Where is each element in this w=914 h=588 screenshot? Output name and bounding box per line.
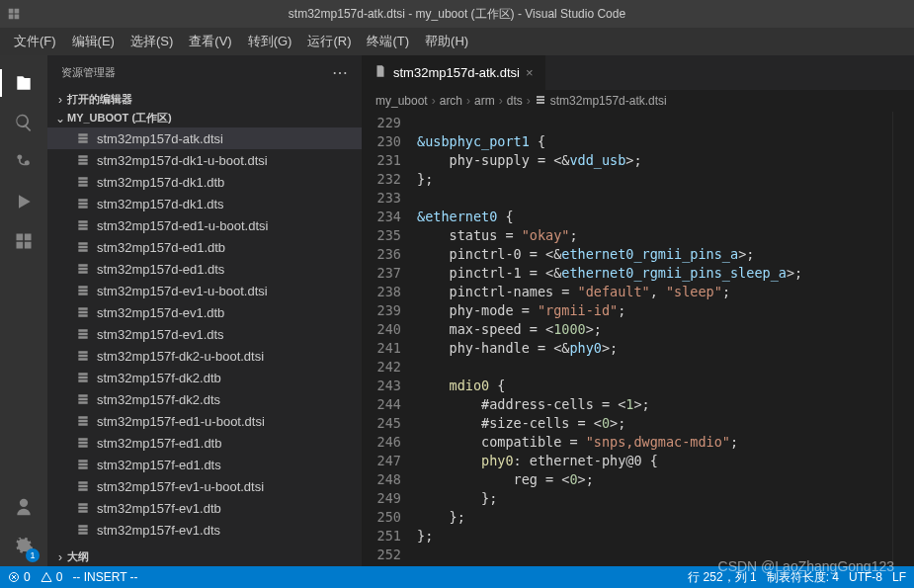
status-position[interactable]: 行 252，列 1 <box>688 569 756 586</box>
file-label: stm32mp157f-dk2.dtb <box>97 371 221 385</box>
breadcrumb-segment[interactable]: arm <box>474 94 495 108</box>
breadcrumb-segment[interactable]: stm32mp157d-atk.dtsi <box>535 94 667 109</box>
line-number-gutter: 229 230 231 232 233 234 235 236 237 238 … <box>362 112 417 566</box>
file-item[interactable]: stm32mp157d-atk.dtsi <box>47 127 362 149</box>
status-warnings[interactable]: 0 <box>41 570 63 584</box>
file-icon <box>75 478 91 494</box>
activity-bar: 1 <box>0 55 47 566</box>
menu-item[interactable]: 文件(F) <box>6 29 64 54</box>
menu-item[interactable]: 转到(G) <box>240 29 300 54</box>
file-item[interactable]: stm32mp157d-ed1-u-boot.dtsi <box>47 214 362 236</box>
file-icon <box>75 174 91 190</box>
more-actions-icon[interactable]: ⋯ <box>332 63 348 82</box>
menu-item[interactable]: 选择(S) <box>123 29 181 54</box>
breadcrumb[interactable]: my_uboot›arch›arm›dts› stm32mp157d-atk.d… <box>362 90 914 112</box>
file-icon <box>75 261 91 277</box>
file-item[interactable]: stm32mp157f-dk2.dts <box>47 388 362 410</box>
file-item[interactable]: stm32mp157d-ed1.dts <box>47 258 362 280</box>
file-label: stm32mp157d-dk1.dts <box>97 197 224 211</box>
file-item[interactable]: stm32mp157d-dk1.dtb <box>47 171 362 193</box>
file-label: stm32mp157f-ev1.dtb <box>97 501 221 516</box>
app-icon <box>0 7 28 21</box>
open-editors-section[interactable]: 打开的编辑器 <box>47 90 362 109</box>
extensions-icon[interactable] <box>0 221 47 261</box>
file-item[interactable]: stm32mp157d-ev1.dtb <box>47 301 362 323</box>
search-icon[interactable] <box>0 103 47 142</box>
status-errors[interactable]: 0 <box>8 570 31 584</box>
file-item[interactable]: stm32mp157f-ev1.dts <box>47 519 362 541</box>
settings-badge: 1 <box>26 548 40 562</box>
file-icon <box>75 326 91 342</box>
file-label: stm32mp157d-dk1-u-boot.dtsi <box>97 153 268 168</box>
breadcrumb-segment[interactable]: my_uboot <box>375 94 428 108</box>
file-label: stm32mp157f-ed1.dts <box>97 458 221 472</box>
file-label: stm32mp157d-ed1-u-boot.dtsi <box>97 218 268 233</box>
file-label: stm32mp157f-ed1-u-boot.dtsi <box>97 414 265 429</box>
source-control-icon[interactable] <box>0 142 47 182</box>
minimap[interactable] <box>892 112 914 566</box>
breadcrumb-segment[interactable]: dts <box>507 94 523 108</box>
file-item[interactable]: stm32mp157f-ev1-u-boot.dtsi <box>47 475 362 497</box>
file-icon <box>75 370 91 385</box>
menu-item[interactable]: 帮助(H) <box>417 29 476 54</box>
accounts-icon[interactable] <box>0 487 47 527</box>
file-item[interactable]: stm32mp157f-ed1-u-boot.dtsi <box>47 410 362 432</box>
file-label: stm32mp157d-ed1.dtb <box>97 240 225 255</box>
status-vim-mode: -- INSERT -- <box>72 570 137 584</box>
titlebar: stm32mp157d-atk.dtsi - my_uboot (工作区) - … <box>0 0 914 28</box>
file-icon <box>75 391 91 407</box>
file-item[interactable]: stm32mp157d-ev1-u-boot.dtsi <box>47 280 362 301</box>
file-label: stm32mp157d-ev1-u-boot.dtsi <box>97 284 268 298</box>
file-item[interactable]: stm32mp157f-ed1.dts <box>47 454 362 475</box>
file-label: stm32mp157f-dk2.dts <box>97 392 220 407</box>
sidebar-title: 资源管理器 <box>61 65 116 80</box>
file-label: stm32mp157f-ev1.dts <box>97 523 220 538</box>
file-item[interactable]: stm32mp157d-ev1.dts <box>47 323 362 345</box>
settings-gear-icon[interactable]: 1 <box>0 527 47 566</box>
close-icon[interactable]: × <box>526 65 534 80</box>
file-icon <box>75 283 91 298</box>
status-tabsize[interactable]: 制表符长度: 4 <box>767 569 839 586</box>
menu-item[interactable]: 编辑(E) <box>64 29 123 54</box>
file-icon <box>75 130 91 146</box>
menu-item[interactable]: 查看(V) <box>181 29 239 54</box>
menubar: 文件(F)编辑(E)选择(S)查看(V)转到(G)运行(R)终端(T)帮助(H) <box>0 28 914 55</box>
file-item[interactable]: stm32mp157f-ed1.dtb <box>47 432 362 454</box>
file-icon <box>75 413 91 429</box>
file-item[interactable]: stm32mp157f-ev1.dtb <box>47 497 362 519</box>
breadcrumb-segment[interactable]: arch <box>440 94 462 108</box>
file-item[interactable]: stm32mp157d-ed1.dtb <box>47 236 362 258</box>
file-item[interactable]: stm32mp157f-dk2-u-boot.dtsi <box>47 345 362 367</box>
editor-pane: stm32mp157d-atk.dtsi × my_uboot›arch›arm… <box>362 55 914 566</box>
window-title: stm32mp157d-atk.dtsi - my_uboot (工作区) - … <box>0 6 914 23</box>
menu-item[interactable]: 终端(T) <box>359 29 417 54</box>
editor-tab[interactable]: stm32mp157d-atk.dtsi × <box>362 55 546 90</box>
file-list: stm32mp157d-atk.dtsistm32mp157d-dk1-u-bo… <box>47 127 362 547</box>
file-icon <box>75 348 91 364</box>
file-icon <box>75 500 91 516</box>
file-icon <box>75 239 91 255</box>
outline-section[interactable]: 大纲 <box>47 547 362 566</box>
file-label: stm32mp157d-dk1.dtb <box>97 175 224 190</box>
file-icon <box>75 435 91 451</box>
status-encoding[interactable]: UTF-8 <box>849 570 882 584</box>
file-item[interactable]: stm32mp157f-dk2.dtb <box>47 367 362 388</box>
file-label: stm32mp157f-ed1.dtb <box>97 436 221 451</box>
file-icon <box>374 64 387 81</box>
sidebar: 资源管理器 ⋯ 打开的编辑器 MY_UBOOT (工作区) stm32mp157… <box>47 55 362 566</box>
status-eol[interactable]: LF <box>892 570 906 584</box>
file-icon <box>75 304 91 320</box>
tab-bar: stm32mp157d-atk.dtsi × <box>362 55 914 90</box>
file-icon <box>75 196 91 211</box>
run-debug-icon[interactable] <box>0 182 47 221</box>
workspace-section[interactable]: MY_UBOOT (工作区) <box>47 109 362 127</box>
status-bar: 0 0 -- INSERT -- 行 252，列 1 制表符长度: 4 UTF-… <box>0 566 914 588</box>
file-label: stm32mp157d-ev1.dts <box>97 327 224 342</box>
code-content[interactable]: &usbphyc_port1 { phy-supply = <&vdd_usb>… <box>417 112 892 566</box>
tab-label: stm32mp157d-atk.dtsi <box>393 65 520 80</box>
menu-item[interactable]: 运行(R) <box>299 29 359 54</box>
file-label: stm32mp157f-ev1-u-boot.dtsi <box>97 479 264 494</box>
file-item[interactable]: stm32mp157d-dk1-u-boot.dtsi <box>47 149 362 171</box>
file-item[interactable]: stm32mp157d-dk1.dts <box>47 193 362 214</box>
explorer-icon[interactable] <box>0 63 47 103</box>
